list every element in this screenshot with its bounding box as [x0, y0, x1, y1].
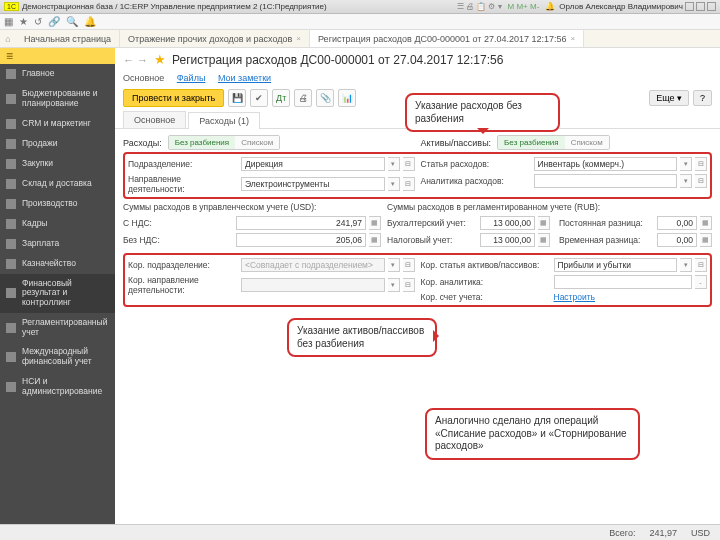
sidebar-item-finresult[interactable]: Финансовый результат и контроллинг [0, 274, 115, 313]
help-button[interactable]: ? [693, 90, 712, 106]
post-and-close-button[interactable]: Провести и закрыть [123, 89, 224, 107]
print-button[interactable]: 🖨 [294, 89, 312, 107]
open-icon[interactable]: ⊟ [695, 157, 707, 171]
calc-icon[interactable]: ▦ [700, 233, 712, 247]
back-icon[interactable]: ← [123, 54, 134, 66]
open-icon[interactable]: ⊟ [403, 157, 415, 171]
dash-icon[interactable]: - [695, 275, 707, 289]
sidebar-item-production[interactable]: Производство [0, 194, 115, 214]
home-icon [6, 69, 16, 79]
toolbar-glyphs: ☰ 🖨 📋 ⚙ ▾ [457, 2, 502, 11]
window-max[interactable] [696, 2, 705, 11]
subnav-notes[interactable]: Мои заметки [218, 73, 271, 83]
analytics-input[interactable] [534, 174, 678, 188]
tab-registration[interactable]: Регистрация расходов ДС00-000001 от 27.0… [310, 30, 584, 47]
accounting-input[interactable]: 13 000,00 [480, 216, 535, 230]
dropdown-icon[interactable]: ▾ [388, 258, 400, 272]
sidebar-item-purchase[interactable]: Закупки [0, 154, 115, 174]
article-input[interactable]: Инвентарь (коммерч.) [534, 157, 678, 171]
open-icon[interactable]: ⊟ [695, 258, 707, 272]
calc-icon[interactable]: ▦ [538, 233, 550, 247]
direction-input[interactable]: Электроинструменты [241, 177, 385, 191]
corr-account-link[interactable]: Настроить [554, 292, 596, 302]
settings-icon [6, 382, 16, 392]
home-icon[interactable]: ⌂ [0, 31, 16, 47]
production-icon [6, 199, 16, 209]
report-button[interactable]: 📊 [338, 89, 356, 107]
calc-icon[interactable]: ▦ [369, 216, 381, 230]
status-bar: Всего: 241,97 USD [0, 524, 720, 540]
open-icon[interactable]: ⊟ [403, 278, 415, 292]
bell-icon[interactable]: 🔔 [545, 2, 555, 11]
dropdown-icon[interactable]: ▾ [388, 177, 400, 191]
callout-expenses: Указание расходов без разбиения [405, 93, 560, 132]
dropdown-icon[interactable]: ▾ [680, 157, 692, 171]
favorite-icon[interactable]: ★ [154, 52, 166, 67]
subnav-main[interactable]: Основное [123, 73, 164, 83]
more-button[interactable]: Еще ▾ [649, 90, 689, 106]
assets-mode-toggle[interactable]: Без разбиенияСписком [497, 135, 610, 150]
assets-box: Кор. подразделение:<Совпадает с подразде… [123, 253, 712, 307]
dept-input[interactable]: Дирекция [241, 157, 385, 171]
corr-article-input[interactable]: Прибыли и убытки [554, 258, 678, 272]
calc-icon[interactable]: ▦ [538, 216, 550, 230]
close-icon[interactable]: × [296, 34, 301, 43]
sidebar-item-budget[interactable]: Бюджетирование и планирование [0, 84, 115, 114]
tab-bar: ⌂ Начальная страница Отражение прочих до… [0, 30, 720, 48]
sidebar-item-hr[interactable]: Кадры [0, 214, 115, 234]
forward-icon[interactable]: → [137, 54, 148, 66]
with-vat-input[interactable]: 241,97 [236, 216, 366, 230]
link-icon[interactable]: 🔗 [48, 16, 60, 27]
dropdown-icon[interactable]: ▾ [388, 157, 400, 171]
tab-reflect[interactable]: Отражение прочих доходов и расходов× [120, 30, 310, 47]
sidebar-item-warehouse[interactable]: Склад и доставка [0, 174, 115, 194]
total-label: Всего: [609, 528, 635, 538]
tax-input[interactable]: 13 000,00 [480, 233, 535, 247]
window-min[interactable] [685, 2, 694, 11]
temp-diff-input[interactable]: 0,00 [657, 233, 697, 247]
sidebar-item-treasury[interactable]: Казначейство [0, 254, 115, 274]
tab-expenses[interactable]: Расходы (1) [188, 112, 260, 129]
open-icon[interactable]: ⊟ [403, 258, 415, 272]
close-icon[interactable]: × [571, 34, 576, 43]
dropdown-icon[interactable]: ▾ [680, 258, 692, 272]
sidebar-item-crm[interactable]: CRM и маркетинг [0, 114, 115, 134]
perm-diff-input[interactable]: 0,00 [657, 216, 697, 230]
menu-icon[interactable]: ▦ [4, 16, 13, 27]
hr-icon [6, 219, 16, 229]
open-icon[interactable]: ⊟ [403, 177, 415, 191]
dropdown-icon[interactable]: ▾ [388, 278, 400, 292]
search-icon[interactable]: 🔍 [66, 16, 78, 27]
attach-button[interactable]: 📎 [316, 89, 334, 107]
window-close[interactable] [707, 2, 716, 11]
corr-direction-input[interactable] [241, 278, 385, 292]
corr-analytics-input[interactable] [554, 275, 693, 289]
history-icon[interactable]: ↺ [34, 16, 42, 27]
tab-main[interactable]: Основное [123, 111, 186, 128]
regulated-icon [6, 323, 16, 333]
expenses-mode-toggle[interactable]: Без разбиенияСписком [168, 135, 281, 150]
star-icon[interactable]: ★ [19, 16, 28, 27]
sidebar-item-intl[interactable]: Международный финансовый учет [0, 342, 115, 372]
post-button[interactable]: ✔ [250, 89, 268, 107]
main-area: ←→ ★ Регистрация расходов ДС00-000001 от… [115, 48, 720, 524]
subnav-files[interactable]: Файлы [177, 73, 206, 83]
calc-icon[interactable]: ▦ [700, 216, 712, 230]
dt-button[interactable]: Дт [272, 89, 290, 107]
sidebar-item-nsi[interactable]: НСИ и администрирование [0, 372, 115, 402]
sidebar-header[interactable]: ≡ [0, 48, 115, 64]
tab-start[interactable]: Начальная страница [16, 30, 120, 47]
corr-dept-input[interactable]: <Совпадает с подразделением> [241, 258, 385, 272]
without-vat-input[interactable]: 205,06 [236, 233, 366, 247]
sidebar-item-reglated[interactable]: Регламентированный учет [0, 313, 115, 343]
open-icon[interactable]: ⊟ [695, 174, 707, 188]
save-button[interactable]: 💾 [228, 89, 246, 107]
finance-icon [6, 288, 16, 298]
calc-icon[interactable]: ▦ [369, 233, 381, 247]
sidebar-item-salary[interactable]: Зарплата [0, 234, 115, 254]
sidebar-item-sales[interactable]: Продажи [0, 134, 115, 154]
bell2-icon[interactable]: 🔔 [84, 16, 96, 27]
user-name[interactable]: Орлов Александр Владимирович [559, 2, 683, 11]
sidebar-item-main[interactable]: Главное [0, 64, 115, 84]
dropdown-icon[interactable]: ▾ [680, 174, 692, 188]
